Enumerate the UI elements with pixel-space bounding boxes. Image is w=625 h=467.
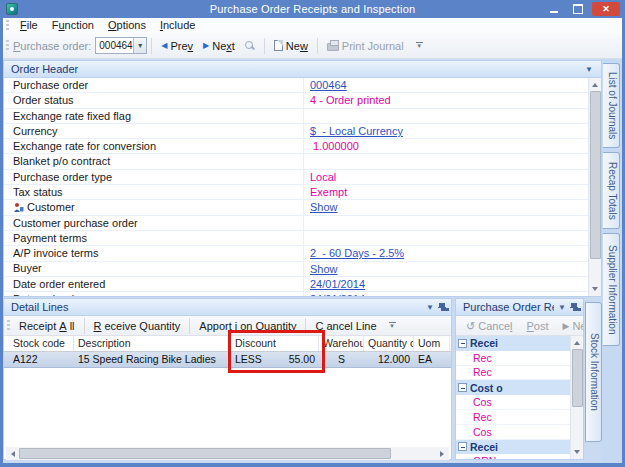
order-header-row: Date order entered24/01/2014 xyxy=(4,277,588,292)
tree-item-row[interactable]: Rec xyxy=(456,410,570,425)
scroll-down-icon[interactable] xyxy=(571,446,583,459)
receipt-all-button[interactable]: Receipt All xyxy=(14,319,80,333)
menu-item-file[interactable]: File xyxy=(13,18,45,33)
detail-lines-title: Detail Lines xyxy=(11,301,422,313)
cancel-button[interactable]: ↺Cancel xyxy=(463,319,515,333)
collapse-box-icon[interactable] xyxy=(458,383,467,392)
menu-grip[interactable] xyxy=(6,20,9,32)
search-icon xyxy=(245,41,255,51)
collapse-box-icon[interactable] xyxy=(458,339,467,348)
column-header-description[interactable]: Description xyxy=(74,336,231,351)
order-header-row: Exchange rate fixed flag xyxy=(4,109,588,124)
column-header-warehouse[interactable]: Warehouse xyxy=(319,336,364,351)
tab-list-of-journals[interactable]: List of Journals xyxy=(603,63,620,148)
field-label: Customer purchase order xyxy=(4,216,303,230)
purchase-order-combo[interactable]: 000464 ▼ xyxy=(95,37,147,54)
collapse-icon[interactable]: ▼ xyxy=(426,303,434,312)
toolbar-overflow-button[interactable]: ▼ xyxy=(413,40,426,51)
field-value-link[interactable]: 24/01/2014 xyxy=(303,292,588,296)
field-label: Date order entered xyxy=(4,277,303,291)
receive-quantity-button[interactable]: Receive Quantity xyxy=(89,319,186,333)
order-header-row: Payment terms xyxy=(4,231,588,246)
field-value-link[interactable]: 2 - 60 Days - 2.5% xyxy=(303,246,588,260)
tree-item-row[interactable]: Rec xyxy=(456,351,570,366)
content-area: Order Header ▼ Purchase order000464Order… xyxy=(3,59,622,463)
order-header-row: Date order due24/01/2014 xyxy=(4,292,588,296)
tree-item-row[interactable]: Rec xyxy=(456,366,570,381)
print-icon xyxy=(327,43,339,51)
tree-item-row[interactable]: GRN xyxy=(456,454,570,459)
order-header-panel-header: Order Header ▼ xyxy=(4,61,601,78)
detail-lines-panel: Detail Lines ▼ Receipt AllReceive Quanti… xyxy=(3,298,452,460)
field-value-link[interactable]: $ - Local Currency xyxy=(303,124,588,138)
field-value: Local xyxy=(303,170,588,184)
field-value-link[interactable]: 24/01/2014 xyxy=(303,277,588,291)
tree-group-row[interactable]: Cost o xyxy=(456,380,570,395)
order-header-scrollbar[interactable] xyxy=(588,78,601,296)
collapse-box-icon[interactable] xyxy=(458,442,467,451)
field-value xyxy=(303,216,588,230)
tab-stock-information[interactable]: Stock Information xyxy=(585,302,602,442)
next-button[interactable]: ▶ Next xyxy=(198,38,240,54)
po-receipts-panel-header: Purchase Order Re... ▼ xyxy=(456,299,583,316)
tree-item-row[interactable]: Cos xyxy=(456,425,570,440)
order-header-row: Customer purchase order xyxy=(4,216,588,231)
tab-recap-totals[interactable]: Recap Totals xyxy=(603,152,620,229)
scroll-up-icon[interactable] xyxy=(571,336,583,349)
print-journal-button[interactable]: Print Journal xyxy=(322,38,409,54)
tree-item-row[interactable]: Cos xyxy=(456,395,570,410)
collapse-icon[interactable]: ▼ xyxy=(585,65,593,74)
field-value-link[interactable]: Show xyxy=(303,262,588,276)
tree-group-row[interactable]: Recei xyxy=(456,336,570,351)
tree-label: Rec xyxy=(473,411,492,423)
scroll-left-icon[interactable] xyxy=(6,447,19,460)
detail-toolbar-grip[interactable] xyxy=(7,320,10,332)
scrollbar-thumb[interactable] xyxy=(19,448,391,459)
new-button[interactable]: New xyxy=(269,38,313,54)
pin-icon[interactable] xyxy=(570,302,579,313)
column-header-quantity-o-s[interactable]: Quantity o/s xyxy=(364,336,414,351)
titlebar: Purchase Order Receipts and Inspection ✕ xyxy=(0,0,625,18)
column-header-stock-code[interactable]: Stock code xyxy=(9,336,74,351)
tree-group-row[interactable]: Recei xyxy=(456,440,570,455)
app-body: FileFunctionOptionsInclude Purchase orde… xyxy=(3,18,622,463)
cell-uom: EA xyxy=(414,352,450,367)
tab-supplier-information[interactable]: Supplier Information xyxy=(603,233,620,346)
menu-item-options[interactable]: Options xyxy=(101,18,153,33)
annotation-highlight-box xyxy=(228,330,325,373)
scroll-up-icon[interactable] xyxy=(589,78,601,91)
order-header-row: Tax statusExempt xyxy=(4,185,588,200)
menu-item-function[interactable]: Function xyxy=(45,18,101,33)
close-button[interactable]: ✕ xyxy=(592,2,620,16)
receipts-scrollbar[interactable] xyxy=(570,336,583,459)
field-value-link[interactable]: 000464 xyxy=(303,78,588,92)
search-button[interactable] xyxy=(240,39,260,53)
detail-toolbar-overflow-button[interactable]: ▼ xyxy=(386,320,399,331)
order-header-row: Purchase order000464 xyxy=(4,78,588,93)
tree-label: Cost o xyxy=(470,382,503,394)
menubar: FileFunctionOptionsInclude xyxy=(3,18,622,33)
field-value xyxy=(303,109,588,123)
undo-icon: ↺ xyxy=(466,321,475,331)
minimize-button[interactable] xyxy=(544,2,563,16)
field-value-link[interactable]: Show xyxy=(303,200,588,214)
detail-horizontal-scrollbar[interactable] xyxy=(6,447,449,460)
column-header-uom[interactable]: Uom xyxy=(414,336,450,351)
post-button[interactable]: Post xyxy=(523,319,551,333)
menu-item-include[interactable]: Include xyxy=(153,18,202,33)
order-header-row: Order status4 - Order printed xyxy=(4,93,588,108)
pin-icon[interactable] xyxy=(438,302,447,313)
scrollbar-thumb[interactable] xyxy=(590,91,601,259)
field-value: Exempt xyxy=(303,185,588,199)
next-button[interactable]: ▶Next xyxy=(560,319,584,333)
scroll-right-icon[interactable] xyxy=(436,447,449,460)
collapse-icon[interactable]: ▼ xyxy=(558,303,566,312)
scroll-down-icon[interactable] xyxy=(589,283,601,296)
toolbar-grip[interactable] xyxy=(6,40,9,52)
maximize-button[interactable] xyxy=(568,2,587,16)
scrollbar-thumb[interactable] xyxy=(572,349,583,407)
prev-button[interactable]: ◀ Prev xyxy=(156,38,198,54)
purchase-order-value[interactable]: 000464 xyxy=(96,38,133,53)
chevron-down-icon[interactable]: ▼ xyxy=(133,38,146,53)
order-header-row: CustomerShow xyxy=(4,200,588,215)
